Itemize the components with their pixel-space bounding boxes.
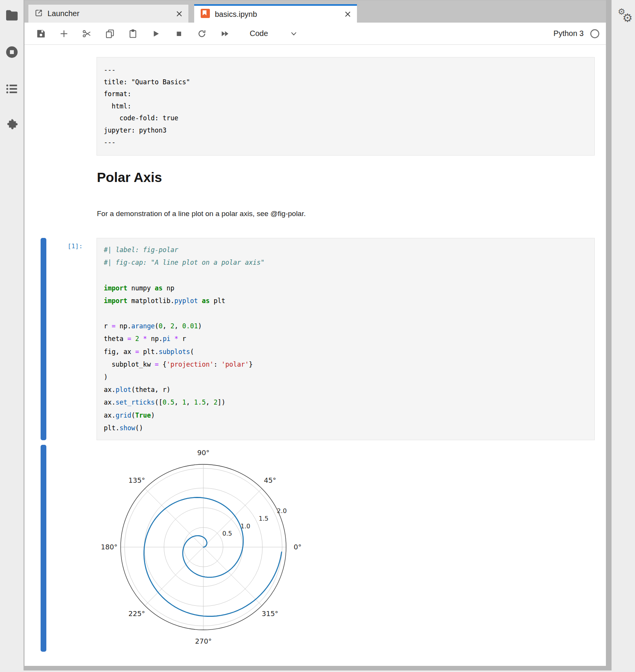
code-cell-editor[interactable]: #| label: fig-polar#| fig-cap: "A line p…	[97, 238, 595, 440]
markdown-heading: Polar Axis	[97, 170, 162, 185]
notebook-file-icon	[200, 8, 210, 20]
raw-cell-editor[interactable]: ---title: "Quarto Basics"format: html: c…	[97, 57, 595, 156]
svg-text:0.5: 0.5	[223, 530, 232, 537]
restart-kernel-icon[interactable]	[197, 29, 207, 39]
svg-text:1.5: 1.5	[259, 515, 268, 522]
svg-text:315°: 315°	[262, 610, 278, 618]
kernel-switcher[interactable]: Python 3	[553, 29, 600, 39]
tab-notebook-active[interactable]: basics.ipynb	[194, 4, 357, 23]
left-activity-bar	[0, 0, 24, 672]
right-side-panel: ⚙ ⚙	[611, 0, 635, 672]
svg-text:0°: 0°	[294, 543, 301, 551]
polar-plot-output: 0°45°90°135°180°225°270°315°0.51.01.52.0	[97, 446, 312, 654]
save-icon[interactable]	[36, 29, 46, 39]
svg-text:45°: 45°	[264, 476, 276, 484]
svg-text:135°: 135°	[128, 476, 145, 484]
file-browser-icon[interactable]	[5, 8, 19, 22]
cell-type-value: Code	[250, 29, 268, 38]
tab-launcher-close-icon[interactable]	[175, 10, 183, 18]
tab-notebook-close-icon[interactable]	[344, 10, 352, 18]
chevron-down-icon	[290, 30, 298, 38]
tab-launcher[interactable]: Launcher	[28, 4, 189, 23]
tab-launcher-label: Launcher	[47, 9, 175, 18]
gears-icon[interactable]: ⚙ ⚙	[615, 5, 633, 24]
svg-text:90°: 90°	[197, 449, 209, 457]
copy-icon[interactable]	[105, 29, 115, 39]
paste-icon[interactable]	[128, 29, 138, 39]
window-bottom-strip	[0, 670, 635, 672]
svg-text:2.0: 2.0	[277, 507, 286, 515]
main-dock-panel: Launcher basics.ipynb	[24, 0, 606, 665]
cut-icon[interactable]	[82, 29, 92, 39]
code-cell-collapser[interactable]	[41, 238, 46, 440]
svg-text:180°: 180°	[101, 543, 117, 551]
execution-count-prompt: [1]:	[40, 243, 83, 250]
svg-text:270°: 270°	[195, 637, 211, 645]
jupyterlab-screen: Launcher basics.ipynb	[0, 0, 635, 672]
launcher-icon	[34, 9, 43, 19]
kernel-idle-circle-icon	[590, 29, 600, 39]
restart-run-all-icon[interactable]	[220, 29, 230, 39]
notebook-toolbar: Code Python 3	[25, 23, 606, 45]
table-of-contents-icon[interactable]	[5, 82, 19, 96]
running-kernels-icon[interactable]	[5, 45, 19, 59]
tab-notebook-label: basics.ipynb	[215, 10, 344, 19]
svg-text:225°: 225°	[128, 610, 145, 618]
tab-bar: Launcher basics.ipynb	[25, 0, 606, 23]
extensions-icon[interactable]	[5, 117, 19, 131]
kernel-name: Python 3	[553, 29, 584, 38]
cell-type-dropdown[interactable]: Code	[250, 29, 298, 38]
run-icon[interactable]	[151, 29, 161, 39]
add-cell-icon[interactable]	[59, 29, 69, 39]
stop-icon[interactable]	[174, 29, 184, 39]
markdown-paragraph: For a demonstration of a line plot on a …	[97, 210, 306, 218]
notebook-content: ---title: "Quarto Basics"format: html: c…	[25, 45, 606, 666]
svg-text:1.0: 1.0	[241, 523, 250, 530]
output-collapser[interactable]	[41, 445, 46, 652]
